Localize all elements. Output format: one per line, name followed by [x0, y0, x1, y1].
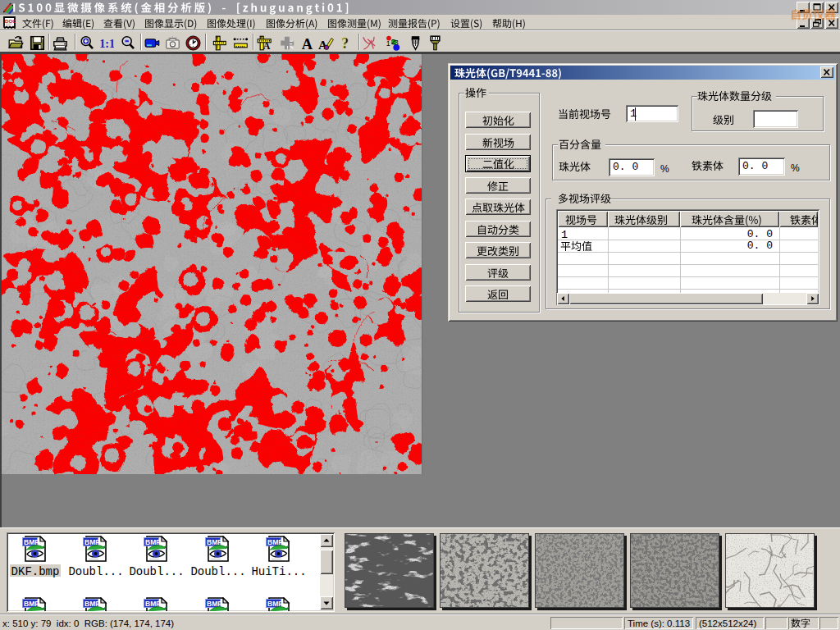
svg-text:A: A — [302, 35, 313, 50]
svg-text:A: A — [263, 40, 271, 51]
svg-text:?: ? — [341, 35, 349, 51]
svg-text:E: E — [261, 35, 263, 39]
svg-text:E: E — [217, 35, 219, 39]
svg-text:DOC: DOC — [5, 18, 16, 24]
svg-text:1:1: 1:1 — [99, 36, 114, 49]
svg-text:1: 1 — [386, 39, 390, 48]
svg-text:3: 3 — [395, 38, 399, 46]
